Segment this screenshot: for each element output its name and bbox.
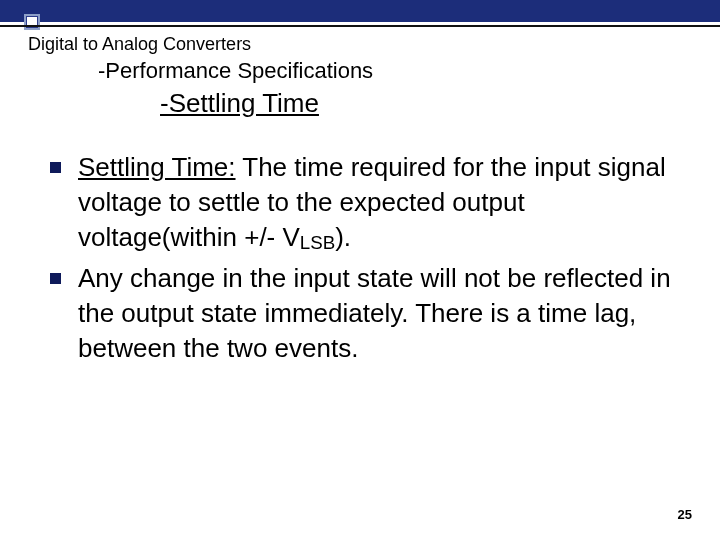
sub-breadcrumb: -Performance Specifications [98, 58, 373, 84]
slide: Digital to Analog Converters -Performanc… [0, 0, 720, 540]
corner-square-icon [24, 14, 40, 30]
slide-subtitle: -Settling Time [160, 88, 319, 119]
definition-text-tail: ). [335, 222, 351, 252]
square-bullet-icon [50, 273, 61, 284]
definition-term: Settling Time: [78, 152, 236, 182]
page-number: 25 [678, 507, 692, 522]
square-bullet-icon [50, 162, 61, 173]
breadcrumb: Digital to Analog Converters [28, 34, 251, 55]
bullet-text: Any change in the input state will not b… [78, 263, 671, 363]
horizontal-rule [0, 25, 720, 27]
title-band [0, 0, 720, 22]
subscript: LSB [300, 232, 335, 253]
list-item: Any change in the input state will not b… [50, 261, 680, 366]
body-text: Settling Time: The time required for the… [50, 150, 680, 373]
list-item: Settling Time: The time required for the… [50, 150, 680, 255]
